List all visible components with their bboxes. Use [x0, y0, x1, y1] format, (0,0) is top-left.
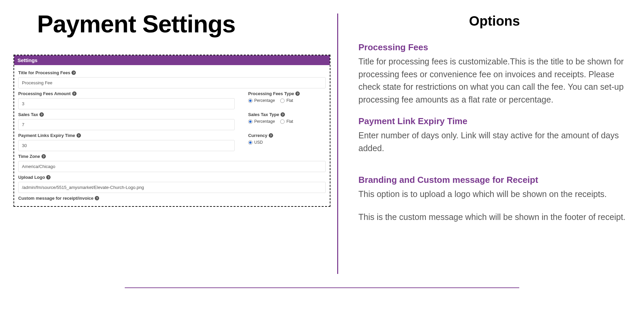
section-expiry-body: Enter number of days only. Link will sta…: [358, 129, 631, 155]
help-icon[interactable]: ?: [41, 154, 46, 159]
processing-fees-amount-input[interactable]: [18, 98, 235, 109]
settings-panel-header: Settings: [14, 55, 330, 65]
divider: [125, 287, 519, 288]
expiry-time-input[interactable]: [18, 140, 235, 151]
radio-icon: [280, 119, 285, 124]
timezone-label: Time Zone ?: [18, 154, 326, 159]
section-branding-title: Branding and Custom message for Receipt: [358, 175, 631, 185]
help-icon[interactable]: ?: [46, 175, 51, 179]
sales-tax-input[interactable]: [18, 119, 235, 130]
section-expiry-title: Payment Link Expiry Time: [358, 116, 631, 127]
settings-panel: Settings Title for Processing Fees ?: [13, 55, 330, 207]
processing-fees-amount-label: Processing Fees Amount ?: [18, 91, 235, 96]
section-branding-body-2: This is the custom message which will be…: [358, 211, 631, 224]
help-icon[interactable]: ?: [95, 196, 99, 200]
title-processing-fees-label: Title for Processing Fees ?: [18, 70, 326, 75]
currency-label: Currency ?: [248, 133, 326, 138]
upload-logo-label: Upload Logo ?: [18, 175, 326, 180]
page-title: Payment Settings: [37, 10, 324, 38]
fees-type-flat-radio[interactable]: Flat: [280, 98, 293, 103]
sales-tax-label: Sales Tax ?: [18, 112, 235, 117]
title-processing-fees-input[interactable]: [18, 77, 326, 88]
help-icon[interactable]: ?: [77, 133, 81, 138]
sales-tax-type-label: Sales Tax Type ?: [248, 112, 326, 117]
timezone-input[interactable]: [18, 161, 326, 172]
section-processing-fees-title: Processing Fees: [358, 42, 631, 53]
sales-tax-flat-radio[interactable]: Flat: [280, 119, 293, 124]
currency-usd-radio[interactable]: USD: [248, 140, 263, 145]
help-icon[interactable]: ?: [39, 112, 44, 117]
radio-icon: [280, 99, 285, 103]
processing-fees-type-label: Processing Fees Type ?: [248, 91, 326, 96]
options-title: Options: [358, 13, 631, 29]
fees-type-percentage-radio[interactable]: Percentage: [248, 98, 275, 103]
expiry-time-label: Payment Links Expiry Time ?: [18, 133, 235, 138]
section-branding-body-1: This option is to upload a logo which wi…: [358, 188, 631, 201]
radio-icon: [248, 119, 253, 124]
radio-icon: [248, 140, 253, 145]
radio-icon: [248, 99, 253, 103]
section-processing-fees-body: Title for processing fees is customizabl…: [358, 55, 631, 106]
help-icon[interactable]: ?: [281, 112, 285, 117]
help-icon[interactable]: ?: [295, 91, 300, 96]
custom-message-label: Custom message for receipt/invoice ?: [18, 196, 326, 201]
sales-tax-percentage-radio[interactable]: Percentage: [248, 119, 275, 124]
upload-logo-input[interactable]: [18, 182, 326, 193]
help-icon[interactable]: ?: [72, 91, 77, 96]
help-icon[interactable]: ?: [269, 133, 273, 138]
help-icon[interactable]: ?: [71, 71, 76, 75]
